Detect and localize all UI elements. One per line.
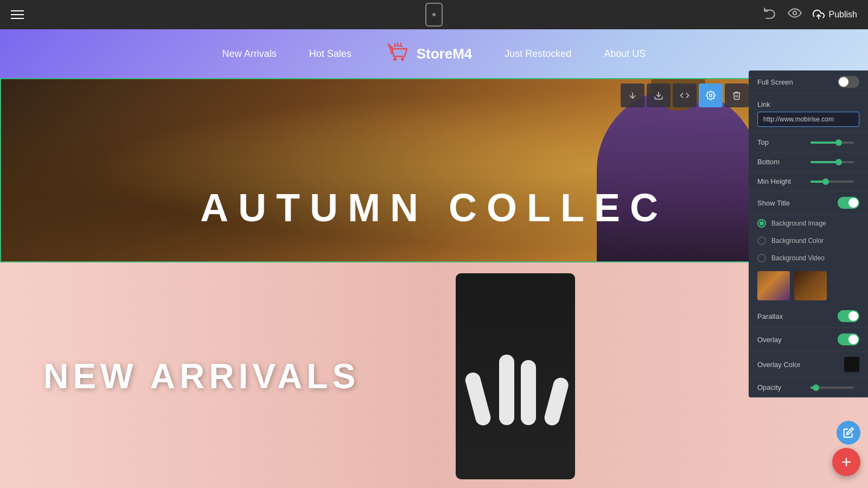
- delete-button[interactable]: [725, 84, 749, 107]
- link-label: Link: [757, 100, 770, 108]
- parallax-label: Parallax: [757, 312, 783, 320]
- fullscreen-row: Full Screen: [749, 70, 868, 94]
- thumbnail-row: [749, 267, 868, 305]
- fullscreen-label: Full Screen: [757, 78, 793, 86]
- min-height-slider[interactable]: [810, 181, 859, 183]
- min-height-row: Min Height: [749, 172, 868, 191]
- bottom-label: Bottom: [757, 158, 780, 166]
- download-button[interactable]: [647, 84, 671, 107]
- topbar: Publish: [0, 0, 868, 29]
- bg-video-radio[interactable]: [757, 254, 766, 262]
- edit-pen-button[interactable]: [837, 421, 860, 445]
- hero-section: AUTUMN COLLEC: [0, 78, 868, 262]
- nav-link-new-arrivals[interactable]: New Arrivals: [222, 48, 277, 60]
- opacity-label: Opacity: [757, 383, 781, 391]
- hamburger-icon[interactable]: [11, 10, 24, 19]
- bg-image-radio[interactable]: [757, 219, 766, 228]
- settings-panel: Full Screen Link Top Bottom: [749, 70, 868, 397]
- overlay-color-row: Overlay Color: [749, 351, 868, 378]
- publish-button[interactable]: Publish: [813, 9, 857, 21]
- bg-color-option[interactable]: Background Color: [749, 232, 868, 249]
- undo-icon[interactable]: [763, 6, 777, 23]
- overlay-color-swatch[interactable]: [844, 357, 859, 372]
- bg-color-label: Background Color: [771, 237, 824, 245]
- bg-image-label: Background Image: [771, 220, 826, 227]
- nav-link-about-us[interactable]: About US: [604, 48, 646, 60]
- bottom-row: Bottom: [749, 152, 868, 172]
- nav-logo-text: StoreM4: [417, 46, 473, 62]
- preview-icon[interactable]: [788, 6, 802, 23]
- bg-color-radio[interactable]: [757, 236, 766, 245]
- hero-title: AUTUMN COLLEC: [0, 185, 868, 230]
- svg-point-2: [393, 57, 397, 61]
- overlay-row: Overlay: [749, 328, 868, 351]
- svg-point-6: [710, 94, 712, 97]
- opacity-row: Opacity: [749, 378, 868, 397]
- settings-button[interactable]: [699, 84, 723, 107]
- navbar: New Arrivals Hot Sales StoreM4 Just Rest…: [0, 29, 868, 78]
- mobile-device-icon[interactable]: [425, 3, 443, 27]
- bg-image-option[interactable]: Background Image: [749, 215, 868, 232]
- reorder-button[interactable]: [621, 84, 644, 107]
- top-label: Top: [757, 138, 769, 146]
- bg-video-option[interactable]: Background Video: [749, 249, 868, 267]
- code-button[interactable]: [673, 84, 697, 107]
- show-title-row: Show Title: [749, 191, 868, 215]
- top-slider[interactable]: [810, 142, 859, 144]
- topbar-center: [425, 3, 443, 27]
- parallax-toggle[interactable]: [838, 310, 859, 322]
- link-row: Link: [749, 94, 868, 133]
- arrivals-title: NEW ARRIVALS: [43, 356, 360, 396]
- show-title-label: Show Title: [757, 199, 790, 207]
- hero-toolbar: [621, 84, 749, 107]
- overlay-toggle[interactable]: [838, 333, 859, 345]
- link-input[interactable]: [757, 112, 859, 127]
- topbar-left: [11, 10, 24, 19]
- add-section-button[interactable]: +: [832, 448, 860, 476]
- top-row: Top: [749, 133, 868, 152]
- svg-point-0: [793, 11, 796, 15]
- bg-video-label: Background Video: [771, 254, 825, 262]
- overlay-color-label: Overlay Color: [757, 361, 800, 369]
- overlay-label: Overlay: [757, 336, 782, 344]
- svg-point-3: [401, 57, 404, 61]
- opacity-slider[interactable]: [810, 387, 859, 389]
- parallax-row: Parallax: [749, 305, 868, 328]
- bottom-slider[interactable]: [810, 161, 859, 163]
- nav-link-just-restocked[interactable]: Just Restocked: [505, 48, 571, 60]
- skeleton-figure: [434, 273, 597, 479]
- bg-thumbnail[interactable]: [757, 271, 790, 300]
- min-height-label: Min Height: [757, 177, 791, 185]
- show-title-toggle[interactable]: [838, 197, 859, 209]
- nav-link-hot-sales[interactable]: Hot Sales: [309, 48, 352, 60]
- hero-figure: [597, 89, 760, 262]
- fullscreen-toggle[interactable]: [838, 76, 859, 88]
- nav-logo: StoreM4: [384, 40, 473, 67]
- topbar-right: Publish: [763, 6, 857, 23]
- arrivals-section: NEW ARRIVALS: [0, 262, 868, 488]
- bg-thumbnail-2[interactable]: [794, 271, 827, 300]
